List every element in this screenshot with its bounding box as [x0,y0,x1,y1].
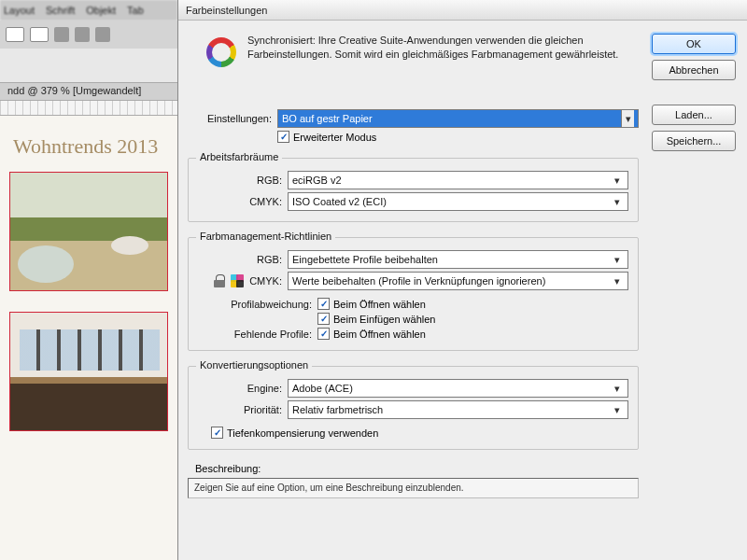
extended-mode-label: Erweiterter Modus [293,132,376,143]
priority-value: Relativ farbmetrisch [292,404,383,415]
cmyk-workspace-dropdown[interactable]: ISO Coated v2 (ECI) ▾ [288,192,628,211]
missing-open-checkbox[interactable] [317,328,330,340]
ok-button[interactable]: OK [652,34,736,54]
workspaces-group: Arbeitsfarbräume RGB: eciRGB v2 ▾ CMYK: … [188,158,639,222]
toolbar-field[interactable] [30,27,49,42]
missing-profile-label: Fehlende Profile: [198,329,317,340]
description-legend: Beschreibung: [195,463,639,474]
document-canvas: Wohntrends 2013 [0,116,177,560]
toolbar-icon[interactable] [95,27,110,42]
chevron-down-icon: ▾ [611,275,624,287]
chevron-down-icon: ▾ [611,175,624,187]
profile-mismatch-label: Profilabweichung: [198,299,317,310]
settings-value: BO auf gestr Papier [282,113,373,124]
rgb-workspace-value: eciRGB v2 [292,175,342,186]
missing-open-label: Beim Öffnen wählen [333,329,426,340]
cancel-button[interactable]: Abbrechen [652,60,736,80]
policy-rgb-dropdown[interactable]: Eingebettete Profile beibehalten ▾ [288,250,628,269]
settings-dropdown[interactable]: BO auf gestr Papier ▾ [277,109,639,128]
chevron-down-icon: ▾ [621,110,634,127]
dialog-titlebar[interactable]: Farbeinstellungen [178,0,747,21]
policies-group: Farbmanagement-Richtlinien RGB: Eingebet… [188,237,639,351]
chevron-down-icon: ▾ [611,196,624,208]
cmyk-label: CMYK: [198,196,288,207]
toolbar-field[interactable] [6,27,24,42]
cmyk-swatch-icon [231,274,244,287]
save-button[interactable]: Speichern... [652,131,736,151]
chevron-down-icon: ▾ [611,383,624,395]
menu-objekt[interactable]: Objekt [86,5,116,16]
color-settings-dialog: Farbeinstellungen OK Abbrechen Laden... … [177,0,747,560]
policy-rgb-value: Eingebettete Profile beibehalten [292,254,438,265]
menu-tab[interactable]: Tab [127,5,144,16]
workspaces-legend: Arbeitsfarbräume [196,151,282,162]
menu-schrift[interactable]: Schrift [46,5,75,16]
extended-mode-checkbox[interactable] [277,131,289,143]
settings-label: Einstellungen: [188,113,277,124]
policy-cmyk-value: Werte beibehalten (Profile in Verknüpfun… [292,275,545,287]
engine-dropdown[interactable]: Adobe (ACE) ▾ [288,379,628,398]
conversion-legend: Konvertierungsoptionen [196,359,312,371]
mismatch-open-checkbox[interactable] [317,298,330,310]
chevron-down-icon: ▾ [611,254,624,266]
priority-dropdown[interactable]: Relativ farbmetrisch ▾ [288,400,628,419]
cmyk-workspace-value: ISO Coated v2 (ECI) [292,196,387,207]
rgb-workspace-dropdown[interactable]: eciRGB v2 ▾ [288,171,628,189]
mismatch-open-label: Beim Öffnen wählen [333,299,426,310]
mismatch-paste-label: Beim Einfügen wählen [333,314,435,325]
policy-cmyk-label: CMYK: [249,275,282,287]
load-button[interactable]: Laden... [652,105,736,125]
toolbar-icon[interactable] [75,27,90,42]
rgb-label: RGB: [198,175,288,186]
sync-status-icon [206,37,236,67]
description-field: Zeigen Sie auf eine Option, um eine Besc… [188,478,639,498]
policies-legend: Farbmanagement-Richtlinien [196,231,335,242]
image-frame-livingroom[interactable] [9,312,168,431]
mismatch-paste-checkbox[interactable] [317,313,330,325]
depth-compensation-label: Tiefenkompensierung verwenden [227,427,378,439]
chevron-down-icon: ▾ [611,404,624,416]
lock-icon [214,274,225,287]
dialog-title: Farbeinstellungen [186,5,267,16]
app-menubar[interactable]: Layout Schrift Objekt Tab [0,0,177,21]
policy-rgb-label: RGB: [198,254,288,265]
conversion-group: Konvertierungsoptionen Engine: Adobe (AC… [188,366,639,450]
page-heading: Wohntrends 2013 [13,134,168,159]
image-frame-bathroom[interactable] [9,172,168,291]
horizontal-ruler [0,101,177,116]
depth-compensation-checkbox[interactable] [211,427,223,439]
document-tab[interactable]: ndd @ 379 % [Umgewandelt] [0,82,177,101]
toolbar-icon[interactable] [54,27,69,42]
sync-status-text: Synchronisiert: Ihre Creative Suite-Anwe… [247,34,635,62]
policy-cmyk-dropdown[interactable]: Werte beibehalten (Profile in Verknüpfun… [288,272,628,290]
engine-label: Engine: [198,383,288,394]
menu-layout[interactable]: Layout [4,5,35,16]
engine-value: Adobe (ACE) [292,383,353,394]
priority-label: Priorität: [198,404,288,415]
app-toolbar [0,21,177,49]
